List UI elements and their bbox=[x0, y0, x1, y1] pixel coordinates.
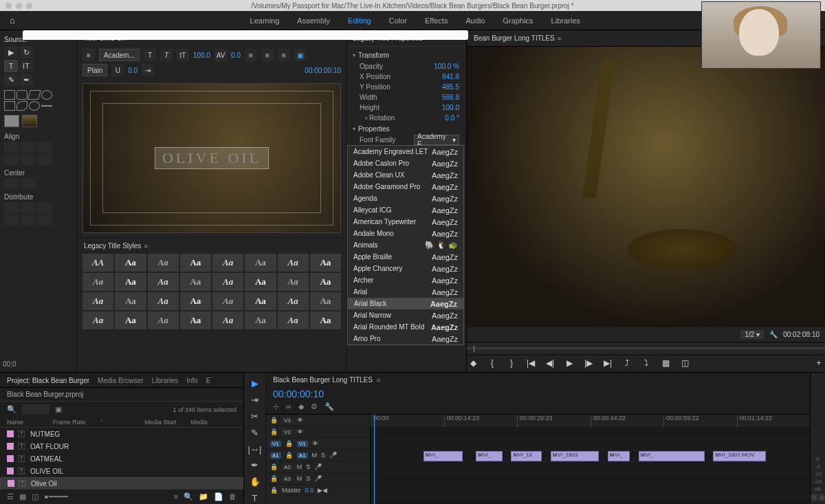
eye-icon[interactable]: 👁 bbox=[312, 440, 318, 447]
video-clip[interactable]: fx MVI_ bbox=[424, 451, 463, 461]
button-editor-icon[interactable]: + bbox=[813, 358, 825, 368]
underline-icon[interactable]: U bbox=[111, 64, 124, 76]
font-option[interactable]: Alleycat ICGAaegZz bbox=[348, 204, 463, 216]
add-marker-icon[interactable]: ◆ bbox=[467, 358, 479, 368]
step-back-icon[interactable]: ◀| bbox=[544, 358, 556, 368]
freeform-icon[interactable]: ◫ bbox=[32, 492, 38, 501]
round-rect-icon[interactable] bbox=[16, 90, 28, 100]
ws-libraries[interactable]: Libraries bbox=[551, 17, 580, 25]
font-option[interactable]: Animals🐘 🐧 🐢 bbox=[348, 239, 463, 251]
go-to-in-icon[interactable]: |◀ bbox=[525, 358, 537, 368]
razor-icon[interactable]: ✎ bbox=[251, 428, 258, 439]
track-select-icon[interactable]: ⇥ bbox=[251, 395, 258, 406]
type-tool-icon[interactable]: T bbox=[252, 493, 258, 504]
program-tab[interactable]: Bean Burger Long TITLES bbox=[474, 34, 555, 42]
lock-icon[interactable]: 🔒 bbox=[285, 440, 293, 447]
lift-icon[interactable]: ⤴ bbox=[621, 358, 633, 368]
align-right-icon[interactable]: ≡ bbox=[278, 49, 290, 61]
project-item[interactable]: 🇹OLIVE OIL bbox=[0, 465, 243, 477]
mic-icon[interactable]: 🎤 bbox=[329, 452, 337, 459]
video-clip[interactable]: fx MVI_1803 bbox=[551, 451, 599, 461]
leading-value[interactable]: 0.0 bbox=[128, 67, 138, 74]
go-to-out-icon[interactable]: ▶| bbox=[602, 358, 614, 368]
list-view-icon[interactable]: ☰ bbox=[7, 492, 14, 501]
lock-icon[interactable]: 🔒 bbox=[285, 452, 293, 459]
bold-icon[interactable]: T bbox=[144, 49, 156, 61]
new-item-icon[interactable]: 📄 bbox=[214, 492, 223, 501]
ws-assembly[interactable]: Assembly bbox=[297, 17, 330, 25]
ws-effects[interactable]: Effects bbox=[425, 17, 448, 25]
ellipse-icon[interactable] bbox=[41, 90, 52, 100]
play-icon[interactable]: ▶ bbox=[563, 358, 575, 368]
video-clip[interactable]: fx MVI_18 bbox=[511, 451, 542, 461]
timeline-menu-icon[interactable]: ≡ bbox=[377, 377, 380, 384]
video-clip[interactable]: fx MVI_ bbox=[608, 451, 630, 461]
mute-icon[interactable]: M bbox=[312, 452, 318, 459]
font-style-dropdown[interactable]: Plain bbox=[82, 64, 107, 76]
markers-icon[interactable]: ◆ bbox=[298, 402, 304, 411]
font-size-value[interactable]: 100.0 bbox=[193, 52, 210, 59]
project-item[interactable]: 🇹NUTMEG bbox=[0, 428, 243, 440]
lock-icon[interactable]: 🔒 bbox=[270, 463, 278, 470]
ripple-edit-icon[interactable]: ✂ bbox=[251, 411, 258, 422]
line-icon[interactable] bbox=[41, 105, 52, 107]
kerning-value[interactable]: 0.0 bbox=[231, 52, 241, 59]
slip-icon[interactable]: |↔| bbox=[248, 444, 262, 455]
color-swatches[interactable] bbox=[4, 115, 72, 127]
icon-view-icon[interactable]: ▦ bbox=[19, 492, 26, 501]
ws-learning[interactable]: Learning bbox=[250, 17, 280, 25]
align-buttons[interactable] bbox=[4, 142, 72, 165]
playhead-icon[interactable] bbox=[374, 415, 375, 504]
sequence-tab[interactable]: Black Bean Burger Long TITLES bbox=[273, 376, 373, 384]
video-bg-icon[interactable]: ▣ bbox=[294, 49, 307, 61]
font-option[interactable]: American TypewriterAaegZz bbox=[348, 216, 463, 228]
settings-icon[interactable]: 🔧 bbox=[769, 331, 778, 338]
bin-icon[interactable]: ▣ bbox=[55, 405, 62, 414]
mark-out-icon[interactable]: } bbox=[505, 358, 518, 368]
project-item[interactable]: 🇹OATMEAL bbox=[0, 452, 243, 465]
video-clip[interactable]: fx MVI_ bbox=[639, 451, 705, 461]
settings-icon[interactable]: ⚙ bbox=[311, 402, 318, 411]
pen-tool-icon[interactable]: ✒ bbox=[251, 460, 258, 471]
wedge-icon[interactable] bbox=[28, 90, 41, 100]
comparison-icon[interactable]: ◫ bbox=[679, 358, 691, 368]
mute-icon[interactable]: M bbox=[297, 463, 302, 470]
font-option[interactable]: Arial NarrowAaegZz bbox=[348, 309, 463, 321]
twisty-icon[interactable]: ▾ bbox=[353, 126, 355, 132]
project-item[interactable]: 🇹OAT FLOUR bbox=[0, 440, 243, 452]
rect-icon[interactable] bbox=[4, 90, 15, 100]
trash-icon[interactable]: 🗑 bbox=[229, 492, 236, 501]
arc-icon[interactable] bbox=[16, 101, 28, 111]
ws-color[interactable]: Color bbox=[389, 17, 407, 25]
circle-icon[interactable] bbox=[29, 101, 40, 111]
align-center-icon[interactable]: ≡ bbox=[261, 49, 274, 61]
title-timecode[interactable]: 00:00:00:10 bbox=[305, 67, 341, 74]
home-icon[interactable]: ⌂ bbox=[4, 15, 21, 25]
libraries-tab[interactable]: Libraries bbox=[152, 377, 178, 384]
expand-icon[interactable]: ▶◀ bbox=[318, 487, 327, 494]
program-view[interactable] bbox=[467, 47, 825, 327]
italic-icon[interactable]: T bbox=[160, 49, 173, 61]
project-item[interactable]: 🇹Olive Oil bbox=[0, 477, 243, 489]
solo-icon[interactable]: S bbox=[306, 463, 310, 470]
font-family-dropdown[interactable]: Academ... bbox=[99, 49, 140, 61]
font-option[interactable]: Adobe Clean UXAaegZz bbox=[348, 169, 463, 181]
font-option[interactable]: AgendaAaegZz bbox=[348, 193, 463, 204]
pen-tool-icon[interactable]: ✒ bbox=[19, 74, 33, 86]
video-clip[interactable]: fx MVI_ bbox=[476, 451, 502, 461]
ws-graphics[interactable]: Graphics bbox=[503, 17, 534, 25]
lock-icon[interactable]: 🔒 bbox=[270, 487, 278, 494]
solo-icon[interactable]: S bbox=[306, 475, 310, 482]
video-clip[interactable]: fx MVI_1807.MOV bbox=[713, 451, 766, 461]
lock-icon[interactable]: 🔒 bbox=[270, 428, 278, 435]
timeline-clips[interactable]: fx MVI_fx MVI_fx MVI_18fx MVI_1803fx MVI… bbox=[371, 427, 810, 504]
titler-menu-icon[interactable]: ≡ bbox=[82, 49, 95, 61]
info-tab[interactable]: Info bbox=[186, 377, 198, 384]
title-styles-grid[interactable]: AAAaAaAaAaAaAaAa AaAaAaAaAaAaAaAa AaAaAa… bbox=[77, 254, 346, 335]
font-family-select[interactable]: Academy E...▾ bbox=[414, 135, 459, 145]
zoom-slider[interactable]: ●━━━━ bbox=[44, 492, 168, 501]
media-browser-tab[interactable]: Media Browser bbox=[98, 377, 144, 384]
clip-rect-icon[interactable] bbox=[4, 101, 15, 111]
solo-left[interactable]: S bbox=[811, 494, 817, 501]
auto-seq-icon[interactable]: ≡ bbox=[174, 492, 178, 501]
